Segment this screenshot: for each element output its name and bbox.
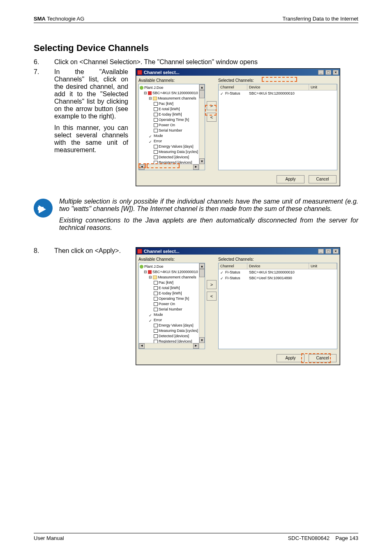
app-icon <box>137 249 142 254</box>
scrollbar-horizontal[interactable]: ◄ ► <box>139 343 199 349</box>
remove-channel-button[interactable]: < <box>207 292 217 301</box>
window-titlebar[interactable]: Channel select... _ □ × <box>136 69 340 76</box>
footer-page-label: Page <box>335 535 349 541</box>
th-channel[interactable]: Channel <box>219 263 247 269</box>
step-number: 8. <box>34 247 54 255</box>
step-8: 8. Then click on <Apply>. <box>34 247 128 255</box>
scroll-thumb[interactable] <box>199 90 205 98</box>
cancel-button[interactable]: Cancel <box>309 354 337 362</box>
scroll-up-button[interactable]: ▲ <box>199 263 205 269</box>
footer-left: User Manual <box>34 535 64 541</box>
selected-label: Selected Channels: <box>218 78 337 83</box>
note-block: Multiple selection is only possible if t… <box>34 198 358 236</box>
scroll-down-button[interactable]: ▼ <box>199 158 205 164</box>
step-text: Then click on <Apply>. <box>54 247 128 255</box>
scroll-left-button[interactable]: ◄ <box>139 343 145 349</box>
minimize-button[interactable]: _ <box>318 70 324 75</box>
apply-button[interactable]: Apply <box>277 175 304 183</box>
scroll-thumb[interactable] <box>199 269 205 277</box>
available-label: Available Channels: <box>138 78 205 83</box>
add-channel-button[interactable]: > <box>207 280 217 289</box>
note-paragraph-2: Existing connections to the Java applets… <box>59 217 358 232</box>
window-title: Channel select... <box>144 249 180 254</box>
window-titlebar[interactable]: Channel select... _ □ × <box>136 248 340 255</box>
page-header: SMA Technologie AG Transferring Data to … <box>34 16 358 23</box>
step-text: In the "Available Channels" list, click … <box>54 68 128 120</box>
step-text: Click on <Channel Selection>. The "Chann… <box>54 58 358 66</box>
footer-right: SDC-TEN080642 Page 143 <box>288 535 358 541</box>
th-unit[interactable]: Unit <box>309 263 337 269</box>
maximize-button[interactable]: □ <box>325 70 331 75</box>
close-button[interactable]: × <box>333 70 339 75</box>
cancel-button[interactable]: Cancel <box>309 175 337 183</box>
step-number: 6. <box>34 58 54 66</box>
section-title: Selecting Device Channels <box>34 43 358 53</box>
maximize-button[interactable]: □ <box>325 249 331 254</box>
channel-select-window: Channel select... _ □ × Available Channe… <box>136 247 340 365</box>
scrollbar-vertical[interactable]: ▲ ▼ <box>199 263 205 349</box>
note-paragraph-1: Multiple selection is only possible if t… <box>59 198 358 213</box>
scrollbar-horizontal[interactable]: ◄ ► <box>139 164 199 170</box>
step-7-para2: In this manner, you can select several c… <box>34 124 128 154</box>
footer-page-num: 143 <box>349 535 358 541</box>
available-tree[interactable]: Plant J.Doe⊟ SBC+4KUi SN:1200000010⊟ Mea… <box>138 84 205 170</box>
channel-select-window: Channel select... _ □ × Available Channe… <box>136 68 340 186</box>
footer-doc: SDC-TEN080642 <box>288 535 330 541</box>
th-channel[interactable]: Channel <box>219 84 247 90</box>
add-channel-button[interactable]: > <box>207 101 217 110</box>
scroll-down-button[interactable]: ▼ <box>199 337 205 343</box>
table-row[interactable]: FI-StatusSBC+4KUi SN:1200000010 <box>219 269 337 275</box>
scroll-up-button[interactable]: ▲ <box>199 84 205 90</box>
minimize-button[interactable]: _ <box>318 249 324 254</box>
step-7: 7. In the "Available Channels" list, cli… <box>34 68 128 120</box>
scroll-right-button[interactable]: ► <box>193 164 199 170</box>
th-device[interactable]: Device <box>247 84 309 90</box>
scroll-right-button[interactable]: ► <box>193 343 199 349</box>
th-device[interactable]: Device <box>247 263 309 269</box>
brand-bold: SMA <box>34 16 46 22</box>
selected-label: Selected Channels: <box>218 257 337 262</box>
scroll-left-button[interactable]: ◄ <box>139 164 145 170</box>
selected-table[interactable]: Channel Device Unit FI-StatusSBC+4KUi SN… <box>218 84 337 170</box>
apply-button[interactable]: Apply <box>277 354 304 362</box>
window-title: Channel select... <box>144 70 180 75</box>
remove-channel-button[interactable]: < <box>207 113 217 122</box>
note-arrow-icon <box>34 199 53 218</box>
step-number: 7. <box>34 68 54 120</box>
page-footer: User Manual SDC-TEN080642 Page 143 <box>34 533 358 541</box>
brand-rest: Technologie AG <box>46 16 84 22</box>
available-label: Available Channels: <box>138 257 205 262</box>
scrollbar-vertical[interactable]: ▲ ▼ <box>199 84 205 170</box>
close-button[interactable]: × <box>333 249 339 254</box>
header-right: Transferring Data to the Internet <box>282 16 358 22</box>
selected-table[interactable]: Channel Device Unit FI-StatusSBC+4KUi SN… <box>218 263 337 349</box>
step-6: 6. Click on <Channel Selection>. The "Ch… <box>34 58 358 66</box>
header-left: SMA Technologie AG <box>34 16 84 22</box>
th-unit[interactable]: Unit <box>309 84 337 90</box>
table-row[interactable]: FI-StatusSBC+Ueel SN:109014890 <box>219 275 337 281</box>
app-icon <box>137 70 142 75</box>
table-row[interactable]: FI-StatusSBC+4KUi SN:1200000010 <box>219 90 337 96</box>
available-tree[interactable]: Plant J.Doe⊟ SBC+4KUi SN:1200000010⊟ Mea… <box>138 263 205 349</box>
